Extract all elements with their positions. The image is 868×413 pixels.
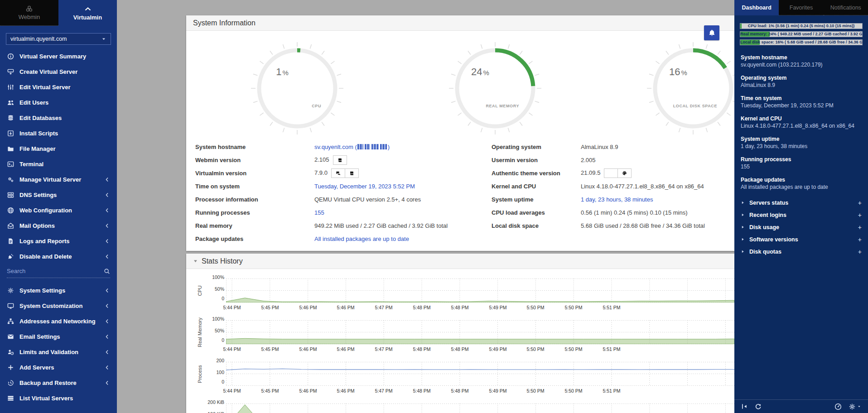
notifications-bell-button[interactable] [704, 25, 719, 40]
virtual-server-select[interactable]: virtualmin.quyenlt.com [6, 33, 111, 45]
sidebar-item-create-virtual-server[interactable]: Create Virtual Server [0, 64, 117, 79]
info-label: Real memory [195, 222, 314, 229]
sidebar-item-terminal[interactable]: Terminal [0, 156, 117, 172]
x-tick-label: 5:47 PM [370, 388, 397, 394]
section-recent-logins[interactable]: Recent logins+ [734, 209, 868, 221]
info-link[interactable]: All installed packages are up to date [314, 235, 409, 242]
sliders-icon [7, 84, 14, 91]
sidebar-item-label: Disable and Delete [19, 253, 72, 260]
x-tick-label: 5:48 PM [446, 388, 473, 394]
right-tab-dashboard[interactable]: Dashboard [734, 0, 779, 15]
sidebar-item-mail-options[interactable]: Mail Options [0, 218, 117, 233]
sidebar-item-email-settings[interactable]: Email Settings [0, 329, 117, 344]
x-tick-label: 5:47 PM [370, 305, 397, 310]
mail-open-icon [7, 222, 14, 229]
right-tab-notifications[interactable]: Notifications [824, 0, 868, 15]
section-expand-button[interactable]: + [858, 199, 862, 206]
sidebar-item-install-scripts[interactable]: Install Scripts [0, 125, 117, 141]
info-label: CPU load averages [492, 209, 581, 216]
sidebar-item-system-settings[interactable]: System Settings [0, 283, 117, 298]
table-row: System hostnamesv.quyenlt.com ()Operatin… [195, 140, 727, 154]
sidebar-item-label: File Manager [19, 145, 55, 152]
search-input[interactable] [7, 268, 104, 274]
sidebar-item-addresses-and-networking[interactable]: Addresses and Networking [0, 313, 117, 329]
chat-button[interactable] [331, 168, 345, 178]
sidebar-item-dns-settings[interactable]: DNS Settings [0, 187, 117, 202]
doc-icon [7, 238, 14, 245]
bell-icon [708, 29, 716, 37]
sidebar-item-edit-databases[interactable]: Edit Databases [0, 110, 117, 125]
book-button[interactable] [333, 155, 347, 165]
svg-text:LOCAL DISK SPACE: LOCAL DISK SPACE [673, 104, 717, 108]
sidebar-item-edit-users[interactable]: Edit Users [0, 95, 117, 110]
info-link[interactable]: 1 day, 23 hours, 38 minutes [581, 196, 653, 203]
chevron-left-icon [104, 318, 110, 324]
section-expand-button[interactable]: + [858, 224, 862, 231]
section-software-versions[interactable]: Software versions+ [734, 233, 868, 245]
sidebar-item-file-manager[interactable]: File Manager [0, 141, 117, 156]
chevron-left-icon [104, 349, 110, 355]
info-link[interactable]: 155 [314, 209, 324, 216]
sidebar-item-web-configuration[interactable]: Web Configuration [0, 202, 117, 218]
collapse-panel-button[interactable] [741, 403, 748, 410]
network-icon [7, 318, 14, 325]
info-link[interactable]: sv.quyenlt.com [314, 144, 353, 150]
section-label: Software versions [749, 236, 798, 243]
resource-meters: CPU load: 1% (0.56 (1 min) 0.24 (5 mins)… [734, 23, 868, 45]
info-link[interactable]: Tuesday, December 19, 2023 5:52 PM [314, 183, 415, 190]
gear-icon [849, 403, 856, 410]
sidebar-item-manage-virtual-server[interactable]: Manage Virtual Server [0, 172, 117, 187]
summary-block: Time on systemTuesday, December 19, 2023… [741, 95, 862, 109]
sidebar-item-list-virtual-servers[interactable]: List Virtual Servers [0, 390, 117, 406]
section-expand-button[interactable]: + [858, 248, 862, 255]
info-label: Local disk space [492, 222, 581, 229]
x-tick-label: 5:46 PM [294, 388, 322, 394]
section-disk-quotas[interactable]: Disk quotas+ [734, 245, 868, 258]
system-info-table: System hostnamesv.quyenlt.com ()Operatin… [195, 140, 727, 245]
table-row: Package updatesAll installed packages ar… [195, 232, 727, 245]
section-expand-button[interactable]: + [858, 236, 862, 243]
stats-history-header[interactable]: Stats History [186, 254, 734, 269]
tab-webmin[interactable]: Webmin [0, 0, 58, 26]
palette-button[interactable] [617, 168, 632, 178]
right-tab-favorites[interactable]: Favorites [779, 0, 823, 15]
sidebar-item-virtual-server-summary[interactable]: Virtual Server Summary [0, 48, 117, 64]
info-value: All installed packages are up to date [314, 235, 492, 242]
book-button[interactable] [345, 168, 359, 178]
sidebar-item-label: Web Configuration [19, 207, 72, 214]
tab-virtualmin[interactable]: Virtualmin [58, 0, 117, 26]
info-value: 5.68 GiB used / 28.68 GiB free / 34.36 G… [581, 222, 727, 229]
triangle-right-icon [741, 237, 745, 241]
sidebar-item-system-customization[interactable]: System Customization [0, 298, 117, 313]
section-expand-button[interactable]: + [858, 211, 862, 219]
speedometer-button[interactable] [834, 403, 842, 410]
sidebar-item-limits-and-validation[interactable]: Limits and Validation [0, 344, 117, 360]
sidebar-item-edit-virtual-server[interactable]: Edit Virtual Server [0, 79, 117, 95]
section-disk-usage[interactable]: Disk usage+ [734, 221, 868, 233]
info-button[interactable] [604, 168, 618, 178]
gauge-local-disk-space: 16%LOCAL DISK SPACE [646, 41, 741, 136]
triangle-right-icon [741, 225, 745, 229]
info-label: Usermin version [492, 157, 581, 163]
refresh-button[interactable] [755, 403, 762, 410]
section-servers-status[interactable]: Servers status+ [734, 197, 868, 209]
summary-block: Running processes155 [741, 156, 862, 170]
table-row: Webmin version2.105Usermin version2.005 [195, 154, 727, 167]
meter-text: Real memory: 24% ( 949.22 MiB used / 2.2… [740, 32, 862, 37]
y-tick-label: 50% [202, 286, 224, 292]
theme-settings-button[interactable] [849, 403, 861, 410]
sidebar-item-add-servers[interactable]: Add Servers [0, 360, 117, 375]
sidebar-item-logs-and-reports[interactable]: Logs and Reports [0, 233, 117, 249]
user-gauge-icon [7, 349, 14, 355]
system-information-card: System Information 1%CPU24%REAL MEMORY16… [186, 15, 734, 251]
sidebar-item-label: Logs and Reports [19, 238, 70, 245]
sidebar-item-disable-and-delete[interactable]: Disable and Delete [0, 249, 117, 264]
sidebar-item-label: DNS Settings [19, 192, 57, 198]
sidebar-item-label: Add Servers [19, 364, 54, 371]
info-value: sv.quyenlt.com () [314, 144, 492, 150]
sidebar-item-backup-and-restore[interactable]: Backup and Restore [0, 375, 117, 390]
database-icon [7, 115, 14, 121]
search-icon [104, 268, 110, 274]
chevron-left-icon [104, 254, 110, 259]
info-value: 0.56 (1 min) 0.24 (5 mins) 0.10 (15 mins… [581, 209, 727, 216]
